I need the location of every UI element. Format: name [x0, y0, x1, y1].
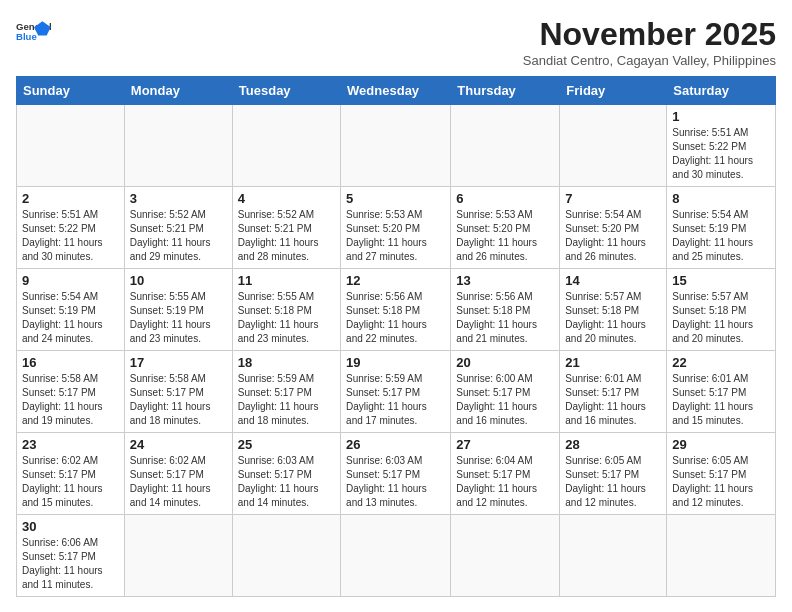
- table-row: 18Sunrise: 5:59 AM Sunset: 5:17 PM Dayli…: [232, 351, 340, 433]
- generalblue-logo: General Blue: [16, 18, 52, 46]
- table-row: 5Sunrise: 5:53 AM Sunset: 5:20 PM Daylig…: [341, 187, 451, 269]
- day-number: 7: [565, 191, 661, 206]
- table-row: 28Sunrise: 6:05 AM Sunset: 5:17 PM Dayli…: [560, 433, 667, 515]
- calendar-row: 2Sunrise: 5:51 AM Sunset: 5:22 PM Daylig…: [17, 187, 776, 269]
- table-row: 20Sunrise: 6:00 AM Sunset: 5:17 PM Dayli…: [451, 351, 560, 433]
- day-number: 2: [22, 191, 119, 206]
- day-info: Sunrise: 5:56 AM Sunset: 5:18 PM Dayligh…: [456, 290, 554, 346]
- table-row: 12Sunrise: 5:56 AM Sunset: 5:18 PM Dayli…: [341, 269, 451, 351]
- day-info: Sunrise: 5:57 AM Sunset: 5:18 PM Dayligh…: [672, 290, 770, 346]
- day-number: 21: [565, 355, 661, 370]
- day-number: 17: [130, 355, 227, 370]
- table-row: 22Sunrise: 6:01 AM Sunset: 5:17 PM Dayli…: [667, 351, 776, 433]
- day-number: 24: [130, 437, 227, 452]
- day-number: 30: [22, 519, 119, 534]
- table-row: 15Sunrise: 5:57 AM Sunset: 5:18 PM Dayli…: [667, 269, 776, 351]
- table-row: 7Sunrise: 5:54 AM Sunset: 5:20 PM Daylig…: [560, 187, 667, 269]
- calendar-table: Sunday Monday Tuesday Wednesday Thursday…: [16, 76, 776, 597]
- day-number: 19: [346, 355, 445, 370]
- day-info: Sunrise: 6:02 AM Sunset: 5:17 PM Dayligh…: [130, 454, 227, 510]
- day-number: 26: [346, 437, 445, 452]
- table-row: [560, 105, 667, 187]
- day-info: Sunrise: 6:04 AM Sunset: 5:17 PM Dayligh…: [456, 454, 554, 510]
- header-tuesday: Tuesday: [232, 77, 340, 105]
- table-row: 13Sunrise: 5:56 AM Sunset: 5:18 PM Dayli…: [451, 269, 560, 351]
- table-row: [451, 515, 560, 597]
- day-number: 5: [346, 191, 445, 206]
- table-row: 23Sunrise: 6:02 AM Sunset: 5:17 PM Dayli…: [17, 433, 125, 515]
- table-row: 24Sunrise: 6:02 AM Sunset: 5:17 PM Dayli…: [124, 433, 232, 515]
- day-info: Sunrise: 5:59 AM Sunset: 5:17 PM Dayligh…: [346, 372, 445, 428]
- header-saturday: Saturday: [667, 77, 776, 105]
- day-number: 15: [672, 273, 770, 288]
- day-number: 10: [130, 273, 227, 288]
- table-row: [232, 515, 340, 597]
- header-monday: Monday: [124, 77, 232, 105]
- header-wednesday: Wednesday: [341, 77, 451, 105]
- day-info: Sunrise: 5:56 AM Sunset: 5:18 PM Dayligh…: [346, 290, 445, 346]
- day-info: Sunrise: 5:55 AM Sunset: 5:18 PM Dayligh…: [238, 290, 335, 346]
- day-number: 22: [672, 355, 770, 370]
- day-info: Sunrise: 6:06 AM Sunset: 5:17 PM Dayligh…: [22, 536, 119, 592]
- day-info: Sunrise: 6:01 AM Sunset: 5:17 PM Dayligh…: [672, 372, 770, 428]
- day-info: Sunrise: 6:05 AM Sunset: 5:17 PM Dayligh…: [672, 454, 770, 510]
- header-friday: Friday: [560, 77, 667, 105]
- day-info: Sunrise: 5:53 AM Sunset: 5:20 PM Dayligh…: [456, 208, 554, 264]
- table-row: [124, 105, 232, 187]
- day-info: Sunrise: 5:53 AM Sunset: 5:20 PM Dayligh…: [346, 208, 445, 264]
- table-row: [341, 105, 451, 187]
- weekday-header-row: Sunday Monday Tuesday Wednesday Thursday…: [17, 77, 776, 105]
- calendar-row: 1Sunrise: 5:51 AM Sunset: 5:22 PM Daylig…: [17, 105, 776, 187]
- day-info: Sunrise: 5:58 AM Sunset: 5:17 PM Dayligh…: [130, 372, 227, 428]
- table-row: [232, 105, 340, 187]
- day-number: 27: [456, 437, 554, 452]
- day-info: Sunrise: 6:02 AM Sunset: 5:17 PM Dayligh…: [22, 454, 119, 510]
- day-number: 6: [456, 191, 554, 206]
- table-row: 2Sunrise: 5:51 AM Sunset: 5:22 PM Daylig…: [17, 187, 125, 269]
- table-row: 4Sunrise: 5:52 AM Sunset: 5:21 PM Daylig…: [232, 187, 340, 269]
- day-info: Sunrise: 5:58 AM Sunset: 5:17 PM Dayligh…: [22, 372, 119, 428]
- table-row: 8Sunrise: 5:54 AM Sunset: 5:19 PM Daylig…: [667, 187, 776, 269]
- day-number: 14: [565, 273, 661, 288]
- day-info: Sunrise: 5:54 AM Sunset: 5:20 PM Dayligh…: [565, 208, 661, 264]
- day-number: 8: [672, 191, 770, 206]
- day-info: Sunrise: 5:52 AM Sunset: 5:21 PM Dayligh…: [238, 208, 335, 264]
- day-number: 9: [22, 273, 119, 288]
- day-number: 11: [238, 273, 335, 288]
- table-row: [667, 515, 776, 597]
- day-info: Sunrise: 5:51 AM Sunset: 5:22 PM Dayligh…: [22, 208, 119, 264]
- table-row: 19Sunrise: 5:59 AM Sunset: 5:17 PM Dayli…: [341, 351, 451, 433]
- month-title: November 2025: [523, 16, 776, 53]
- day-info: Sunrise: 6:03 AM Sunset: 5:17 PM Dayligh…: [346, 454, 445, 510]
- day-number: 23: [22, 437, 119, 452]
- calendar-row: 30Sunrise: 6:06 AM Sunset: 5:17 PM Dayli…: [17, 515, 776, 597]
- day-number: 1: [672, 109, 770, 124]
- day-number: 3: [130, 191, 227, 206]
- table-row: 11Sunrise: 5:55 AM Sunset: 5:18 PM Dayli…: [232, 269, 340, 351]
- calendar-row: 23Sunrise: 6:02 AM Sunset: 5:17 PM Dayli…: [17, 433, 776, 515]
- table-row: 16Sunrise: 5:58 AM Sunset: 5:17 PM Dayli…: [17, 351, 125, 433]
- header-sunday: Sunday: [17, 77, 125, 105]
- calendar-row: 16Sunrise: 5:58 AM Sunset: 5:17 PM Dayli…: [17, 351, 776, 433]
- location-subtitle: Sandiat Centro, Cagayan Valley, Philippi…: [523, 53, 776, 68]
- table-row: 17Sunrise: 5:58 AM Sunset: 5:17 PM Dayli…: [124, 351, 232, 433]
- header-thursday: Thursday: [451, 77, 560, 105]
- day-info: Sunrise: 5:54 AM Sunset: 5:19 PM Dayligh…: [22, 290, 119, 346]
- day-info: Sunrise: 5:51 AM Sunset: 5:22 PM Dayligh…: [672, 126, 770, 182]
- table-row: [17, 105, 125, 187]
- day-info: Sunrise: 5:55 AM Sunset: 5:19 PM Dayligh…: [130, 290, 227, 346]
- day-number: 4: [238, 191, 335, 206]
- table-row: 1Sunrise: 5:51 AM Sunset: 5:22 PM Daylig…: [667, 105, 776, 187]
- table-row: 6Sunrise: 5:53 AM Sunset: 5:20 PM Daylig…: [451, 187, 560, 269]
- day-number: 18: [238, 355, 335, 370]
- table-row: [560, 515, 667, 597]
- day-info: Sunrise: 5:59 AM Sunset: 5:17 PM Dayligh…: [238, 372, 335, 428]
- table-row: 3Sunrise: 5:52 AM Sunset: 5:21 PM Daylig…: [124, 187, 232, 269]
- day-number: 25: [238, 437, 335, 452]
- day-number: 12: [346, 273, 445, 288]
- table-row: [341, 515, 451, 597]
- day-number: 20: [456, 355, 554, 370]
- day-info: Sunrise: 6:00 AM Sunset: 5:17 PM Dayligh…: [456, 372, 554, 428]
- table-row: 30Sunrise: 6:06 AM Sunset: 5:17 PM Dayli…: [17, 515, 125, 597]
- table-row: 26Sunrise: 6:03 AM Sunset: 5:17 PM Dayli…: [341, 433, 451, 515]
